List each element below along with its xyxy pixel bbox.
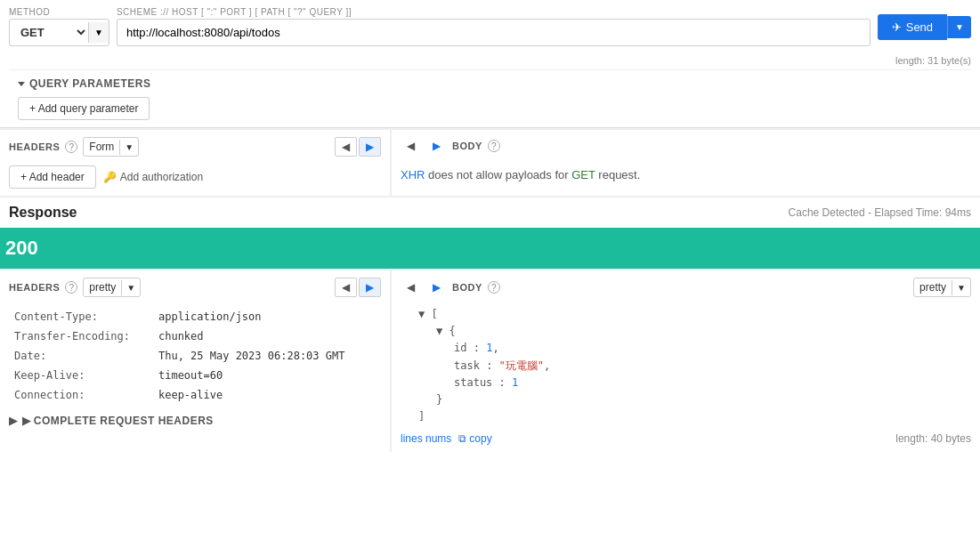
add-query-param-button[interactable]: + Add query parameter [18,97,150,120]
send-button[interactable]: ✈ Send [878,14,947,40]
status-code: 200 [5,237,38,259]
table-row: Connection: keep-alive [11,386,379,404]
body-help-icon[interactable]: ? [488,140,500,152]
complete-headers-toggle[interactable]: ▶ ▶ COMPLETE REQUEST HEADERS [9,415,381,427]
response-headers-format-label: pretty [84,278,121,296]
response-headers-nav-right[interactable]: ▶ [359,278,381,297]
body-length: length: 40 bytes [895,432,971,445]
method-select[interactable]: GET POST PUT DELETE [10,20,88,45]
response-section: Response Cache Detected - Elapsed Time: … [0,197,980,221]
header-value: Thu, 25 May 2023 06:28:03 GMT [155,347,379,365]
xhr-text: XHR [401,168,425,181]
headers-nav-right[interactable]: ▶ [359,137,381,157]
add-header-button[interactable]: + Add header [9,165,96,189]
response-headers-table: Content-Type: application/json Transfer-… [9,306,381,406]
response-title: Response [9,205,77,221]
method-dropdown-button[interactable]: ▼ [88,22,109,43]
body-nav-left[interactable]: ◀ [401,137,421,155]
response-headers-help[interactable]: ? [65,281,77,294]
headers-format-arrow[interactable]: ▼ [119,140,138,155]
xhr-get-text: GET [571,168,595,181]
send-dropdown-button[interactable]: ▼ [947,16,971,38]
table-row: Keep-Alive: timeout=60 [11,367,379,384]
response-headers-format-arrow[interactable]: ▼ [121,280,140,295]
response-body-help[interactable]: ? [488,281,500,294]
body-nav-right[interactable]: ▶ [426,137,447,155]
response-body-format-arrow[interactable]: ▼ [952,280,970,295]
request-headers-panel: HEADERS ? Form ▼ ◀ ▶ + Add header 🔑 Add … [0,130,392,196]
complete-headers-label: ▶ COMPLETE REQUEST HEADERS [22,415,214,427]
response-panels: HEADERS ? pretty ▼ ◀ ▶ Content-Type: app… [0,269,980,452]
table-row: Transfer-Encoding: chunked [11,327,379,345]
add-auth-button[interactable]: 🔑 Add authorization [103,171,203,183]
header-name: Content-Type: [11,308,153,326]
auth-icon: 🔑 [103,171,117,183]
method-label: METHOD [9,7,109,17]
add-auth-label: Add authorization [120,171,203,183]
status-banner: 200 [0,228,980,269]
response-body-format-label: pretty [914,278,952,296]
response-headers-title: HEADERS [9,282,60,293]
response-body-nav-left[interactable]: ◀ [401,278,421,296]
lines-nums-link[interactable]: lines nums [401,432,451,445]
query-params-arrow [18,82,25,86]
headers-format-selector[interactable]: Form ▼ [83,137,139,157]
header-name: Keep-Alive: [11,367,153,384]
response-body-nav-right[interactable]: ▶ [426,278,447,296]
header-value: keep-alive [155,386,379,404]
send-label: Send [906,20,933,34]
body-panel-title: BODY [452,141,482,151]
headers-nav-left[interactable]: ◀ [335,137,357,157]
headers-actions: + Add header 🔑 Add authorization [9,165,381,189]
header-value: chunked [155,327,379,345]
query-params-section: QUERY PARAMETERS + Add query parameter [9,69,971,127]
send-icon: ✈ [892,20,902,34]
query-params-label: QUERY PARAMETERS [29,77,150,90]
url-length: length: 31 byte(s) [9,53,971,69]
response-headers-format[interactable]: pretty ▼ [83,278,141,297]
response-body-title: BODY [452,282,482,293]
table-row: Date: Thu, 25 May 2023 06:28:03 GMT [11,347,379,365]
scheme-label: SCHEME :// HOST [ ":" PORT ] [ PATH [ "?… [117,7,871,17]
copy-link[interactable]: ⧉ copy [458,432,491,445]
response-headers-panel: HEADERS ? pretty ▼ ◀ ▶ Content-Type: app… [0,270,392,452]
body-footer: lines nums ⧉ copy length: 40 bytes [401,432,971,445]
cache-info: Cache Detected - Elapsed Time: 94ms [789,206,971,219]
url-input[interactable] [117,19,871,46]
response-body-code: ▼ [ ▼ { id : 1, task : "玩電腦", status : 1… [401,306,971,425]
copy-icon: ⧉ [458,432,466,445]
response-body-format[interactable]: pretty ▼ [913,278,971,297]
xhr-suffix-text: request. [595,168,641,181]
request-body-panel: ◀ ▶ BODY ? XHR does not allow payloads f… [392,130,980,196]
header-value: application/json [155,308,379,326]
headers-format-label: Form [84,138,119,156]
headers-help-icon[interactable]: ? [65,141,77,153]
table-row: Content-Type: application/json [11,308,379,326]
xhr-notice: XHR does not allow payloads for GET requ… [401,164,971,186]
header-value: timeout=60 [155,367,379,384]
complete-headers-arrow: ▶ [9,415,18,427]
xhr-middle-text: does not allow payloads for [425,168,571,181]
response-body-panel: ◀ ▶ BODY ? pretty ▼ ▼ [ ▼ { id : 1, task… [392,270,980,452]
header-name: Transfer-Encoding: [11,327,153,345]
query-params-toggle[interactable]: QUERY PARAMETERS [18,77,962,90]
response-headers-nav-left[interactable]: ◀ [335,278,357,297]
header-name: Connection: [11,386,153,404]
headers-panel-title: HEADERS [9,141,60,152]
header-name: Date: [11,347,153,365]
